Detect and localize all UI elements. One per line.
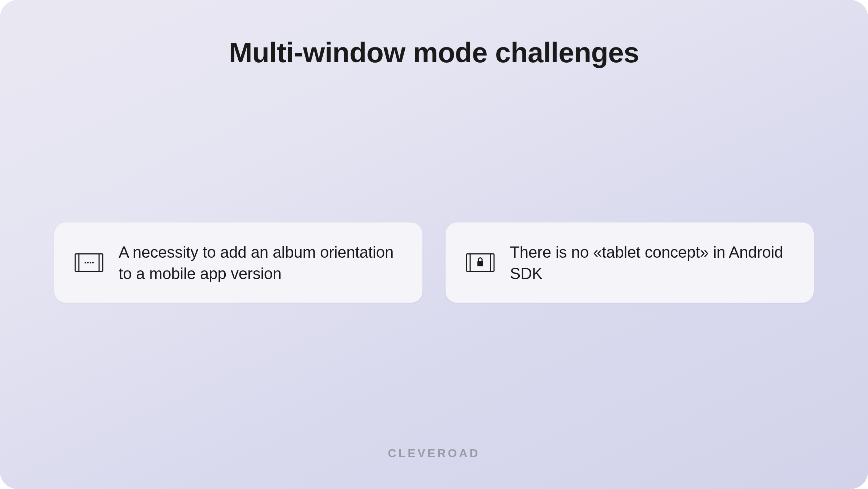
svg-point-4 <box>87 262 89 263</box>
challenge-card: A necessity to add an album orientation … <box>54 222 422 303</box>
lock-landscape-icon <box>466 253 495 272</box>
slide-container: Multi-window mode challenges A necessity… <box>0 0 868 489</box>
svg-point-5 <box>90 262 91 263</box>
svg-point-3 <box>85 262 86 263</box>
challenge-card-text: There is no «tablet concept» in Android … <box>510 241 793 284</box>
text-rows-icon <box>75 253 103 272</box>
page-title: Multi-window mode challenges <box>229 36 639 69</box>
cards-row: A necessity to add an album orientation … <box>0 222 868 303</box>
svg-point-6 <box>92 262 94 263</box>
challenge-card: There is no «tablet concept» in Android … <box>446 222 814 303</box>
brand-label: CLEVEROAD <box>388 447 480 460</box>
svg-rect-10 <box>477 261 483 266</box>
challenge-card-text: A necessity to add an album orientation … <box>119 241 402 284</box>
